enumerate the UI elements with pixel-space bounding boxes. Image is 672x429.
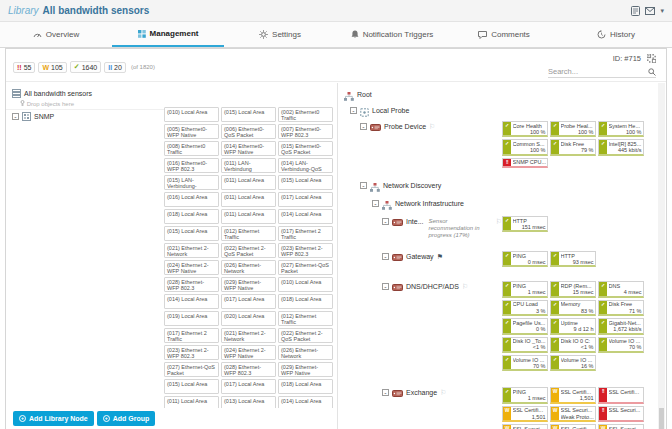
library-sensor-tile[interactable]: (015) Local Area	[278, 175, 333, 190]
device-row-exchange[interactable]: -Exchange⚐	[342, 387, 502, 397]
sensor-tile[interactable]: ✓RDP (Rem...15 msec	[550, 281, 596, 297]
collapse-toggle[interactable]: -	[12, 113, 19, 120]
library-sensor-tile[interactable]: (018) Local Area	[278, 294, 333, 309]
sensor-tile[interactable]: ✓Disk IO _To...<1 %	[502, 337, 548, 353]
library-sensor-tile[interactable]: (008) Ethernet0 Traffic	[164, 141, 219, 156]
sensor-tile[interactable]: !!SNMP CPU...	[502, 158, 548, 168]
library-sensor-tile[interactable]: (005) Ethernet0-WFP Native	[164, 124, 219, 139]
tab-history[interactable]: History	[560, 22, 672, 47]
collapse-toggle[interactable]: -	[382, 389, 389, 396]
library-sensor-tile[interactable]: (017) Local Area	[221, 294, 276, 309]
sensor-tile[interactable]: ✓Uptime9 d 12 h	[550, 318, 596, 334]
library-sensor-tile[interactable]: (026) Ethernet-Network	[221, 260, 276, 275]
sensor-tile[interactable]: ✓Pagefile Us...0 %	[502, 318, 548, 334]
tab-settings[interactable]: Settings	[224, 22, 336, 47]
library-sensor-tile[interactable]: (014) Local Area	[278, 396, 333, 408]
library-sensor-tile[interactable]: (015) Local Area	[164, 379, 219, 394]
library-sensor-tile[interactable]: (017) Ethernet 2 Traffic	[278, 226, 333, 241]
device-row-probe-device[interactable]: -Probe Device⚐	[342, 121, 502, 131]
sensor-tile[interactable]: WSSL Securi...Weak Proto...	[550, 406, 596, 422]
tab-management[interactable]: Management	[112, 22, 224, 47]
library-sensor-tile[interactable]: (011) Local Area	[221, 192, 276, 207]
library-sensor-tile[interactable]: (007) Ethernet0-WFP 802.3	[278, 124, 333, 139]
library-sensor-tile[interactable]: (023) Ethernet 2-WFP 802.3	[278, 243, 333, 258]
library-sensor-tile[interactable]: (021) Ethernet 2-Network	[164, 243, 219, 258]
library-sensor-tile[interactable]: (016) Local Area	[164, 192, 219, 207]
library-sensor-tile[interactable]: (019) Local Area	[164, 311, 219, 326]
sensor-tile[interactable]: ✓Volume IO ...70 %	[502, 355, 548, 371]
sensor-tile[interactable]: ✓PING1 msec	[502, 281, 548, 297]
library-root-row[interactable]: All bandwidth sensors	[6, 89, 337, 98]
library-sensor-tile[interactable]: (014) Ethernet0-WFP Native	[221, 141, 276, 156]
library-sensor-tile[interactable]: (017) Ethernet 2 Traffic	[164, 328, 219, 343]
sensor-tile[interactable]: ✓Disk IO 0 C:<1 %	[550, 337, 596, 353]
vertical-scrollbar[interactable]	[658, 83, 665, 429]
library-sensor-tile[interactable]: (018) Local Area	[278, 379, 333, 394]
device-row-dns-dhcp-ads[interactable]: -DNS/DHCP/ADS⚐	[342, 281, 502, 291]
count-badge-up[interactable]: ✓1640	[70, 61, 101, 73]
root-row-root[interactable]: Root	[342, 89, 502, 101]
qr-icon[interactable]	[647, 54, 656, 63]
sensor-tile[interactable]: WSSL Certifi...1,501	[502, 406, 548, 422]
sensor-tile[interactable]: ✓Volume IO ...70 %	[598, 337, 644, 353]
library-sensor-tile[interactable]: (011) LAN-Verbindung	[221, 158, 276, 173]
sensor-tile[interactable]: WSSL Securi...Weak Proto...	[598, 424, 644, 429]
collapse-toggle[interactable]: -	[382, 283, 389, 290]
library-sensor-tile[interactable]: (006) Ethernet0-QoS Packet	[221, 124, 276, 139]
sensor-tile[interactable]: ✓Volume IO ...16 %	[550, 355, 596, 371]
sensor-tile[interactable]: WSSL Securi...Weak Proto...	[502, 424, 548, 429]
library-sensor-tile[interactable]: (017) Local Area	[278, 192, 333, 207]
sensor-tile[interactable]: ✓PING1 msec	[502, 387, 548, 403]
sensor-tile[interactable]: ✓Probe Heal...100 %	[550, 121, 596, 137]
sensor-tile[interactable]: ✓Memory83 %	[550, 300, 596, 316]
sensor-tile[interactable]: ✓PING0 msec	[502, 251, 548, 267]
count-badge-down[interactable]: !!55	[13, 62, 35, 73]
sensor-tile[interactable]: ✓Common S...100 %	[502, 139, 548, 155]
library-sensor-tile[interactable]: (028) Ethernet-WFP 802.3	[164, 277, 219, 292]
sensor-tile[interactable]: ✓HTTP151 msec	[502, 216, 548, 232]
library-sensor-tile[interactable]: (022) Ethernet 2-QoS Packet	[221, 243, 276, 258]
sensor-tile[interactable]: ✓CPU Load3 %	[502, 300, 548, 316]
library-sensor-tile[interactable]: (027) Ethernet-QoS Packet	[278, 260, 333, 275]
sensor-tile[interactable]: ✓Gigabit-Net...1,672 kbit/s	[598, 318, 644, 334]
sensor-tile[interactable]: WSSL Certifi...1,501	[550, 387, 596, 403]
tab-notification-triggers[interactable]: Notification Triggers	[336, 22, 448, 47]
library-sensor-tile[interactable]: (010) Local Area	[164, 107, 219, 122]
library-sensor-tile[interactable]: (020) Local Area	[221, 311, 276, 326]
collapse-toggle[interactable]: -	[350, 107, 357, 114]
library-sensor-tile[interactable]: (014) Local Area	[164, 294, 219, 309]
email-icon[interactable]	[645, 7, 655, 15]
library-sensor-tile[interactable]: (028) Ethernet-WFP 802.3	[221, 362, 276, 377]
flag-icon[interactable]: ⚐	[440, 389, 446, 396]
count-badge-paused[interactable]: II20	[104, 62, 126, 73]
flag-icon[interactable]: ⚐	[429, 123, 435, 130]
library-sensor-tile[interactable]: (015) LAN-Verbindung-	[164, 175, 219, 190]
library-sensor-tile[interactable]: (012) Ethernet Traffic	[278, 311, 333, 326]
group-row-local-probe[interactable]: -Local Probe	[342, 105, 502, 117]
sensor-tile[interactable]: ✓Disk Free71 %	[598, 300, 644, 316]
tab-overview[interactable]: Overview	[0, 22, 112, 47]
library-sensor-tile[interactable]: (014) Local Area	[278, 209, 333, 224]
collapse-toggle[interactable]: -	[372, 200, 379, 207]
library-sensor-tile[interactable]: (015) Local Area	[164, 226, 219, 241]
collapse-toggle[interactable]: -	[382, 253, 389, 260]
sensor-tile[interactable]: ✓System He...100 %	[598, 121, 644, 137]
library-sensor-tile[interactable]: (011) Local Area	[164, 396, 219, 408]
flag-icon[interactable]: ⚐	[462, 283, 468, 290]
library-sensor-tile[interactable]: (023) Ethernet 2-WFP 802.3	[164, 345, 219, 360]
search-input[interactable]	[548, 67, 648, 76]
search-icon[interactable]	[648, 68, 656, 76]
library-sensor-tile[interactable]: (029) Ethernet-WFP Native	[221, 277, 276, 292]
scrollbar-thumb[interactable]	[659, 408, 664, 429]
sensor-tile[interactable]: ✓DNS4 msec	[598, 281, 644, 297]
library-sensor-tile[interactable]: (016) Ethernet0-WFP 802.3	[164, 158, 219, 173]
library-sensor-tile[interactable]: (018) Local Area	[164, 209, 219, 224]
add-group-button[interactable]: + Add Group	[97, 411, 156, 426]
sensor-tile[interactable]: !!SSL Certifi...	[598, 387, 644, 403]
library-sensor-tile[interactable]: (029) Ethernet-WFP Native	[278, 362, 333, 377]
library-sensor-tile[interactable]: (012) Ethernet Traffic	[221, 226, 276, 241]
library-sensor-tile[interactable]: (026) Ethernet-Network	[278, 345, 333, 360]
library-sensor-tile[interactable]: (015) Ethernet0-QoS Packet	[278, 141, 333, 156]
collapse-toggle[interactable]: -	[360, 123, 367, 130]
tab-comments[interactable]: Comments	[448, 22, 560, 47]
